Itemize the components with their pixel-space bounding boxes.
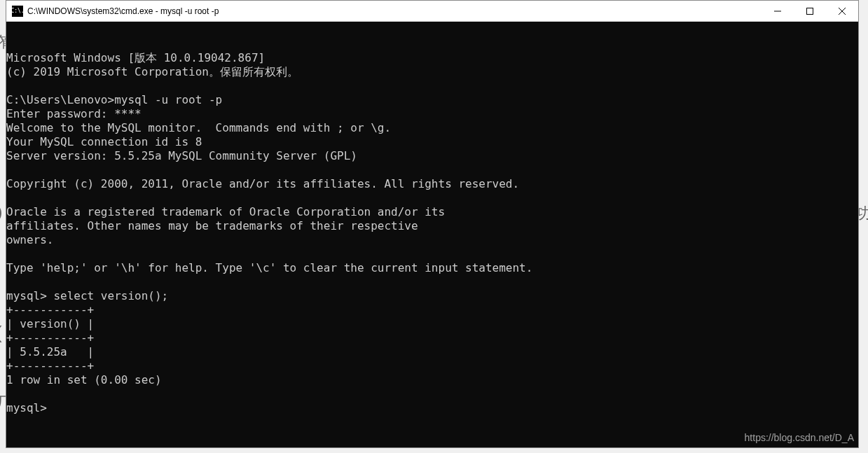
svg-rect-1: [807, 8, 813, 14]
cmd-window: C:\. C:\WINDOWS\system32\cmd.exe - mysql…: [6, 0, 859, 448]
maximize-button[interactable]: [794, 1, 826, 21]
bg-fragment: ): [0, 203, 2, 221]
close-icon: [839, 8, 846, 15]
terminal-output: Microsoft Windows [版本 10.0.19042.867] (c…: [6, 51, 858, 415]
close-button[interactable]: [826, 1, 858, 21]
bg-fragment: (: [0, 322, 2, 344]
minimize-icon: [774, 8, 781, 15]
minimize-button[interactable]: [762, 1, 794, 21]
terminal-area[interactable]: Microsoft Windows [版本 10.0.19042.867] (c…: [6, 22, 858, 447]
maximize-icon: [806, 8, 813, 15]
watermark-text: https://blog.csdn.net/D_A: [745, 431, 854, 445]
titlebar[interactable]: C:\. C:\WINDOWS\system32\cmd.exe - mysql…: [6, 1, 858, 22]
cmd-icon: C:\.: [12, 6, 23, 17]
window-controls: [762, 1, 858, 21]
window-title: C:\WINDOWS\system32\cmd.exe - mysql -u r…: [27, 6, 762, 16]
